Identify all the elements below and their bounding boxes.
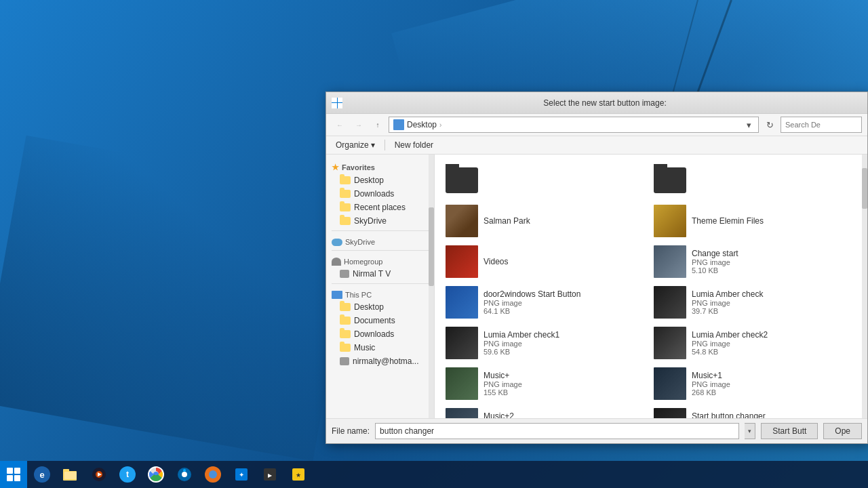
taskbar-twitter[interactable]: t bbox=[114, 461, 141, 488]
file-thumbnail bbox=[446, 245, 478, 278]
file-thumb-img bbox=[654, 286, 686, 319]
file-thumb-img bbox=[446, 367, 478, 400]
file-info: Music+1 PNG image 268 KB bbox=[692, 371, 851, 396]
svg-point-9 bbox=[182, 472, 187, 477]
file-type: PNG image bbox=[692, 380, 851, 388]
list-item[interactable]: Videos bbox=[440, 241, 648, 282]
sidebar-item-thispc-downloads[interactable]: Downloads bbox=[326, 327, 434, 341]
file-explorer-icon bbox=[62, 466, 79, 483]
filename-input-wrapper[interactable]: button changer bbox=[375, 423, 739, 439]
action-bar: Organize ▾ New folder bbox=[326, 136, 867, 155]
list-item[interactable]: Start button changer PNG image 3.33 KB bbox=[648, 404, 856, 418]
list-item[interactable]: Lumia Amber check PNG image 39.7 KB bbox=[648, 282, 856, 323]
file-thumb-img bbox=[654, 245, 686, 278]
sidebar-item-desktop[interactable]: Desktop bbox=[326, 174, 434, 187]
app1-icon: ✦ bbox=[233, 466, 250, 483]
list-item[interactable]: Music+2 PNG image 275 KB bbox=[440, 404, 648, 418]
sidebar-scrollbar[interactable] bbox=[429, 155, 434, 418]
list-item[interactable]: Lumia Amber check1 PNG image 59.6 KB bbox=[440, 323, 648, 363]
svg-rect-2 bbox=[64, 472, 77, 479]
chrome-icon bbox=[148, 466, 164, 483]
sidebar-item-downloads[interactable]: Downloads bbox=[326, 187, 434, 201]
sidebar-divider-3 bbox=[332, 283, 429, 284]
file-info: Music+ PNG image 155 KB bbox=[484, 371, 643, 396]
file-name: door2windows Start Button bbox=[484, 289, 643, 299]
sidebar-item-documents[interactable]: Documents bbox=[326, 314, 434, 327]
file-list: Salman Park Theme Elemin Files bbox=[435, 155, 862, 418]
taskbar-app3[interactable]: ★ bbox=[285, 461, 312, 488]
file-info: Lumia Amber check PNG image 39.7 KB bbox=[692, 289, 851, 315]
search-input[interactable] bbox=[781, 117, 862, 133]
file-name: Videos bbox=[484, 257, 643, 266]
start-button[interactable] bbox=[0, 461, 27, 488]
file-list-scrollbar[interactable] bbox=[862, 155, 867, 418]
sidebar-item-thispc-desktop[interactable]: Desktop bbox=[326, 300, 434, 314]
list-item[interactable]: door2windows Start Button PNG image 64.1… bbox=[440, 282, 648, 323]
taskbar-media[interactable] bbox=[85, 461, 113, 488]
file-thumb-img bbox=[654, 327, 686, 359]
sidebar-item-recent[interactable]: Recent places bbox=[326, 201, 434, 214]
address-dropdown-button[interactable]: ▾ bbox=[743, 117, 754, 133]
windows-start-icon bbox=[7, 468, 20, 481]
organize-chevron-icon: ▾ bbox=[371, 140, 375, 150]
sidebar-item-email[interactable]: nirmalty@hotma... bbox=[326, 354, 434, 368]
sidebar-item-skydrive-fav[interactable]: SkyDrive bbox=[326, 214, 434, 228]
taskbar-explorer[interactable] bbox=[57, 461, 84, 488]
file-size: 59.6 KB bbox=[484, 348, 643, 356]
forward-button[interactable]: → bbox=[351, 117, 367, 133]
file-info: door2windows Start Button PNG image 64.1… bbox=[484, 289, 643, 315]
skydrive-section: SkyDrive bbox=[326, 234, 434, 247]
list-item[interactable]: Music+ PNG image 155 KB bbox=[440, 363, 648, 404]
list-item[interactable] bbox=[440, 160, 648, 201]
list-item[interactable] bbox=[648, 160, 856, 201]
taskbar-firefox[interactable] bbox=[199, 461, 226, 488]
address-bar[interactable]: Desktop › ▾ bbox=[389, 117, 759, 133]
file-size: 54.8 KB bbox=[692, 348, 851, 356]
taskbar-orbit[interactable] bbox=[171, 461, 198, 488]
file-thumbnail bbox=[446, 408, 478, 418]
address-location: Desktop bbox=[407, 120, 437, 129]
sidebar-item-nirmal[interactable]: Nirmal T V bbox=[326, 267, 434, 281]
refresh-button[interactable]: ↻ bbox=[762, 117, 778, 133]
list-item[interactable]: Theme Elemin Files bbox=[648, 201, 856, 241]
taskbar-chrome[interactable] bbox=[142, 461, 170, 488]
file-thumbnail bbox=[446, 367, 478, 400]
list-item[interactable]: Change start PNG image 5.10 KB bbox=[648, 241, 856, 282]
file-type: PNG image bbox=[484, 299, 643, 307]
bottom-bar: File name: button changer ▾ Start Butt O… bbox=[326, 418, 867, 443]
folder-icon bbox=[340, 317, 351, 325]
address-separator: › bbox=[439, 121, 441, 129]
dialog-icon bbox=[332, 98, 342, 108]
filename-dropdown-button[interactable]: ▾ bbox=[745, 423, 755, 439]
file-name: Lumia Amber check1 bbox=[484, 330, 643, 340]
file-list-wrapper: Salman Park Theme Elemin Files bbox=[435, 155, 867, 418]
new-folder-button[interactable]: New folder bbox=[391, 139, 437, 151]
taskbar-app1[interactable]: ✦ bbox=[228, 461, 255, 488]
taskbar-ie[interactable]: e bbox=[28, 461, 56, 488]
list-item[interactable]: Salman Park bbox=[440, 201, 648, 241]
svg-text:★: ★ bbox=[296, 472, 301, 479]
taskbar-app2[interactable]: ▶ bbox=[256, 461, 283, 488]
file-name: Lumia Amber check bbox=[692, 289, 851, 299]
svg-text:✦: ✦ bbox=[239, 471, 244, 479]
sidebar-item-music[interactable]: Music bbox=[326, 341, 434, 354]
folder-icon bbox=[340, 203, 351, 211]
list-item[interactable]: Music+1 PNG image 268 KB bbox=[648, 363, 856, 404]
back-button[interactable]: ← bbox=[332, 117, 348, 133]
user-icon bbox=[340, 270, 349, 278]
open-button[interactable]: Ope bbox=[823, 423, 862, 439]
up-button[interactable]: ↑ bbox=[370, 117, 386, 133]
twitter-icon: t bbox=[119, 466, 136, 483]
sidebar-scroll-thumb bbox=[429, 207, 434, 287]
file-thumbnail bbox=[446, 164, 478, 197]
star-icon: ★ bbox=[332, 163, 339, 172]
file-thumbnail bbox=[654, 245, 686, 278]
start-button-btn[interactable]: Start Butt bbox=[761, 423, 818, 439]
file-name: Lumia Amber check2 bbox=[692, 330, 851, 340]
dialog-title: Select the new start button image: bbox=[348, 98, 862, 108]
organize-button[interactable]: Organize ▾ bbox=[332, 139, 379, 151]
list-item[interactable]: Lumia Amber check2 PNG image 54.8 KB bbox=[648, 323, 856, 363]
folder-icon bbox=[340, 217, 351, 225]
people-icon bbox=[332, 258, 341, 266]
file-thumbnail bbox=[446, 286, 478, 319]
